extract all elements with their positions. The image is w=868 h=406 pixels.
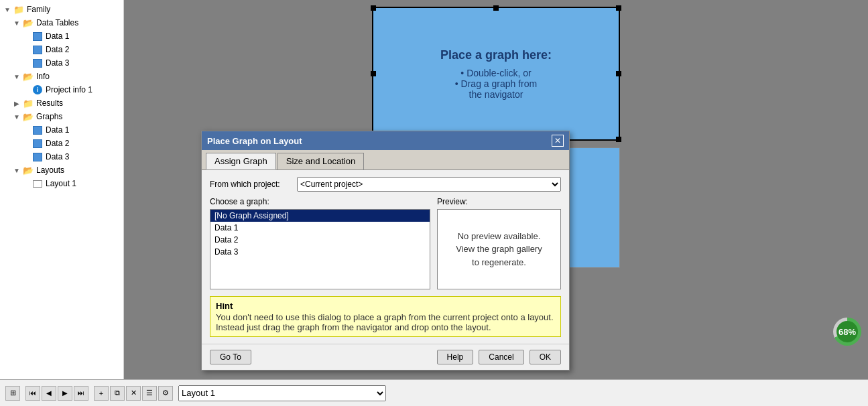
preview-line3: to regenerate.	[472, 256, 526, 269]
toolbar-icons-right: + ⧉ ✕ ☰ ⚙	[94, 386, 173, 401]
spacer-icon	[21, 152, 31, 161]
spacer-icon	[21, 85, 31, 94]
view-button[interactable]: ☰	[142, 386, 157, 401]
cancel-button[interactable]: Cancel	[479, 350, 523, 364]
help-button[interactable]: Help	[437, 350, 474, 364]
table-icon	[32, 138, 43, 149]
app-container: ▼ 📁 Family ▼ 📂 Data Tables Data 1 Da	[0, 0, 868, 406]
tab-size-location[interactable]: Size and Location	[277, 153, 364, 170]
spacer-icon	[21, 179, 31, 188]
sidebar-item-graphs[interactable]: ▼ 📂 Graphs	[0, 110, 123, 123]
sidebar-item-graph-data3[interactable]: Data 3	[0, 150, 123, 163]
preview-box: No preview available. View the graph gal…	[437, 209, 561, 289]
expand-icon: ▼	[12, 112, 21, 121]
preview-section: Preview: No preview available. View the …	[437, 197, 561, 289]
spacer-icon	[21, 58, 31, 68]
from-project-label: From which project:	[210, 180, 297, 189]
sidebar-item-label: Data 1	[46, 31, 69, 41]
expand-icon: ▶	[12, 98, 21, 108]
layout-select[interactable]: Layout 1	[178, 385, 386, 401]
sidebar-item-family[interactable]: ▼ 📁 Family	[0, 3, 123, 16]
spacer-icon	[21, 31, 31, 41]
folder-icon: 📁	[23, 98, 34, 109]
sidebar-item-table-data3[interactable]: Data 3	[0, 56, 123, 70]
from-project-select[interactable]: <Current project>	[297, 177, 561, 192]
bottom-bar: ⊞ ⏮ ◀ ▶ ⏭ + ⧉ ✕ ☰ ⚙ Layout 1	[0, 379, 868, 406]
layout-icon	[32, 178, 43, 189]
nav-next-button[interactable]: ▶	[58, 386, 72, 401]
table-icon	[32, 44, 43, 55]
listbox-item-data2[interactable]: Data 2	[210, 234, 430, 246]
sidebar-item-label: Family	[27, 5, 50, 14]
nav-buttons: ⏮ ◀ ▶ ⏭	[25, 386, 88, 401]
listbox-item-data1[interactable]: Data 1	[210, 222, 430, 234]
sidebar-item-graph-data2[interactable]: Data 2	[0, 137, 123, 150]
folder-icon: 📂	[23, 71, 34, 82]
main-area: ▼ 📁 Family ▼ 📂 Data Tables Data 1 Da	[0, 0, 868, 379]
table-icon	[32, 58, 43, 68]
sidebar-item-label: Project info 1	[46, 85, 92, 94]
table-icon	[32, 125, 43, 135]
sidebar-item-data-tables[interactable]: ▼ 📂 Data Tables	[0, 16, 123, 29]
graph-listbox[interactable]: [No Graph Assigned] Data 1 Data 2 Data 3	[210, 209, 430, 289]
add-page-button[interactable]: +	[94, 386, 109, 401]
expand-icon: ▼	[12, 18, 21, 27]
sidebar-item-results[interactable]: ▶ 📁 Results	[0, 96, 123, 110]
graph-list-section: Choose a graph: [No Graph Assigned] Data…	[210, 197, 430, 289]
table-icon	[32, 151, 43, 162]
hint-section: Hint You don't need to use this dialog t…	[210, 296, 561, 337]
from-project-row: From which project: <Current project>	[210, 177, 561, 192]
sidebar-item-label: Data 3	[46, 58, 69, 68]
sidebar-item-label: Results	[36, 98, 63, 108]
sidebar-item-label: Data 3	[46, 152, 69, 161]
sidebar-item-label: Data Tables	[36, 18, 78, 27]
sidebar-item-info[interactable]: ▼ 📂 Info	[0, 70, 123, 83]
sidebar-item-label: Info	[36, 72, 50, 81]
nav-last-button[interactable]: ⏭	[74, 386, 88, 401]
expand-icon: ▼	[3, 5, 12, 14]
preview-line1: No preview available.	[458, 230, 541, 243]
go-to-button[interactable]: Go To	[210, 350, 251, 364]
nav-first-button[interactable]: ⏮	[25, 386, 40, 401]
preview-label: Preview:	[437, 197, 561, 206]
dialog-overlay: Place Graph on Layout ✕ Assign Graph Siz…	[124, 0, 868, 379]
sidebar-item-label: Data 2	[46, 139, 69, 148]
dialog-title-bar: Place Graph on Layout ✕	[202, 131, 569, 150]
sidebar-item-layout1[interactable]: Layout 1	[0, 177, 123, 190]
dialog-tabs: Assign Graph Size and Location	[202, 150, 569, 170]
hint-title: Hint	[216, 301, 555, 311]
preview-line2: View the graph gallery	[456, 243, 542, 256]
folder-icon: 📂	[23, 165, 34, 176]
progress-inner: 68%	[836, 321, 858, 342]
sidebar-item-layouts[interactable]: ▼ 📂 Layouts	[0, 163, 123, 177]
sidebar-item-graph-data1[interactable]: Data 1	[0, 123, 123, 137]
duplicate-page-button[interactable]: ⧉	[110, 386, 125, 401]
toolbar-icons-left: ⊞	[5, 386, 20, 401]
nav-prev-button[interactable]: ◀	[42, 386, 56, 401]
settings-button[interactable]: ⚙	[158, 386, 173, 401]
folder-icon: 📁	[13, 4, 24, 15]
sidebar-item-project-info[interactable]: i Project info 1	[0, 83, 123, 96]
hint-text: You don't need to use this dialog to pla…	[216, 312, 555, 332]
dialog-title: Place Graph on Layout	[207, 136, 302, 146]
sidebar-item-table-data1[interactable]: Data 1	[0, 29, 123, 43]
ok-button[interactable]: OK	[530, 350, 561, 364]
folder-icon: 📂	[23, 111, 34, 122]
canvas-area: Place a graph here: • Double-click, or •…	[124, 0, 868, 379]
dialog-close-button[interactable]: ✕	[552, 135, 564, 147]
spacer-icon	[21, 139, 31, 148]
dialog-footer: Go To Help Cancel OK	[202, 344, 569, 370]
listbox-item-data3[interactable]: Data 3	[210, 246, 430, 258]
dialog-body: From which project: <Current project> Ch…	[202, 170, 569, 344]
sidebar-item-label: Data 2	[46, 45, 69, 54]
tab-assign-graph[interactable]: Assign Graph	[206, 153, 276, 170]
grid-icon-button[interactable]: ⊞	[5, 386, 20, 401]
listbox-item-none[interactable]: [No Graph Assigned]	[210, 210, 430, 222]
sidebar-item-table-data2[interactable]: Data 2	[0, 43, 123, 56]
sidebar-item-label: Layouts	[36, 165, 64, 175]
sidebar: ▼ 📁 Family ▼ 📂 Data Tables Data 1 Da	[0, 0, 124, 379]
delete-page-button[interactable]: ✕	[126, 386, 141, 401]
dialog-content-row: Choose a graph: [No Graph Assigned] Data…	[210, 197, 561, 289]
table-icon	[32, 31, 43, 42]
sidebar-item-label: Graphs	[36, 112, 62, 121]
